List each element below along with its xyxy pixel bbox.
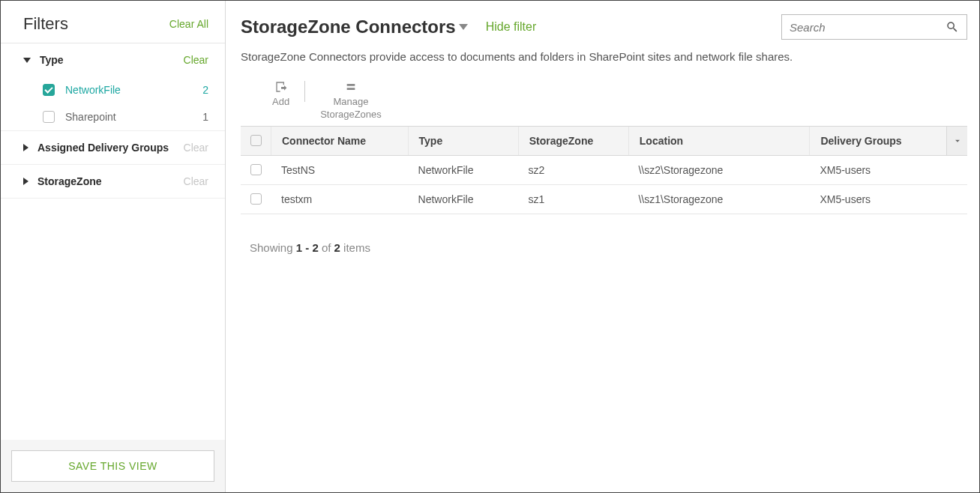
filter-group-storagezone-label: StorageZone [37,175,184,187]
filters-sidebar: Filters Clear All Type Clear NetworkFile… [1,1,226,492]
table-row[interactable]: TestNS NetworkFile sz2 \\sz2\Storagezone… [241,156,967,185]
search-box[interactable] [781,14,967,40]
page-title-text: StorageZone Connectors [241,16,456,37]
sidebar-footer: SAVE THIS VIEW [1,440,225,492]
checkbox-unchecked-icon[interactable] [43,111,55,123]
dropdown-caret-icon [459,24,468,30]
pagination-status: Showing 1 - 2 of 2 items [241,241,967,254]
caret-right-icon [23,144,28,151]
pager-prefix: Showing [250,241,296,254]
filters-title: Filters [23,14,68,34]
filter-group-delivery-label: Assigned Delivery Groups [37,142,184,154]
add-button-label: Add [272,96,289,109]
page-description: StorageZone Connectors provide access to… [241,50,967,63]
cell-type: NetworkFile [408,185,518,214]
pager-mid: of [319,241,334,254]
filter-group-delivery-header[interactable]: Assigned Delivery Groups Clear [1,131,225,164]
chevron-down-icon [952,136,963,146]
cell-zone: sz1 [517,185,628,214]
filter-group-storagezone-clear: Clear [184,175,208,187]
add-icon [275,81,287,93]
manage-button[interactable]: Manage StorageZones [311,81,391,121]
filters-header: Filters Clear All [1,1,225,43]
search-input[interactable] [790,21,946,34]
pager-total: 2 [334,241,340,254]
pager-suffix: items [340,241,370,254]
pager-range: 1 - 2 [296,241,319,254]
filter-group-storagezone: StorageZone Clear [1,165,225,199]
manage-label-1: Manage [333,96,368,109]
col-location[interactable]: Location [628,127,810,155]
filter-group-type-label: Type [40,54,184,66]
cell-name: testxm [271,185,408,214]
filter-option-sharepoint[interactable]: Sharepoint 1 [1,103,225,130]
row-checkbox[interactable] [250,164,262,175]
cell-location: \\sz1\Storagezone [628,185,809,214]
cell-type: NetworkFile [408,156,518,184]
col-connector-name[interactable]: Connector Name [271,127,408,155]
table-row[interactable]: testxm NetworkFile sz1 \\sz1\Storagezone… [241,185,967,214]
filter-group-type-header[interactable]: Type Clear [1,43,225,76]
main-header: StorageZone Connectors Hide filter [241,14,967,40]
storage-icon [345,81,357,93]
filter-group-type: Type Clear NetworkFile 2 Sharepoint 1 [1,43,225,131]
col-type[interactable]: Type [408,127,518,155]
filter-group-type-clear[interactable]: Clear [184,54,208,66]
filter-group-storagezone-header[interactable]: StorageZone Clear [1,165,225,198]
expand-columns-button[interactable] [946,127,967,155]
header-checkbox-cell [241,127,271,155]
filter-option-sharepoint-count: 1 [202,111,208,123]
clear-all-link[interactable]: Clear All [169,18,208,30]
filter-group-delivery-clear: Clear [184,142,208,154]
hide-filter-link[interactable]: Hide filter [486,20,537,34]
filter-option-networkfile-label: NetworkFile [65,84,202,96]
toolbar: Add Manage StorageZones [241,81,967,121]
filter-option-sharepoint-label: Sharepoint [65,111,202,123]
caret-down-icon [23,58,31,63]
col-delivery-groups[interactable]: Delivery Groups [809,127,946,155]
col-storagezone[interactable]: StorageZone [518,127,628,155]
cell-name: TestNS [271,156,408,184]
page-title[interactable]: StorageZone Connectors [241,16,468,37]
filter-option-networkfile-count: 2 [202,84,208,96]
filter-group-delivery: Assigned Delivery Groups Clear [1,131,225,165]
add-button[interactable]: Add [263,81,298,109]
caret-right-icon [23,178,28,185]
cell-groups: XM5-users [809,156,946,184]
row-checkbox[interactable] [250,193,262,205]
main-content: StorageZone Connectors Hide filter Stora… [226,1,979,492]
save-view-button[interactable]: SAVE THIS VIEW [11,450,214,482]
manage-label-2: StorageZones [320,109,382,121]
connectors-table: Connector Name Type StorageZone Location… [241,126,967,214]
cell-location: \\sz2\Storagezone [628,156,809,184]
search-icon[interactable] [946,20,959,34]
toolbar-separator [304,81,305,102]
select-all-checkbox[interactable] [250,135,262,146]
filter-option-networkfile[interactable]: NetworkFile 2 [1,76,225,103]
table-header: Connector Name Type StorageZone Location… [241,127,967,156]
checkbox-checked-icon[interactable] [43,84,55,96]
cell-zone: sz2 [517,156,628,184]
cell-groups: XM5-users [809,185,946,214]
